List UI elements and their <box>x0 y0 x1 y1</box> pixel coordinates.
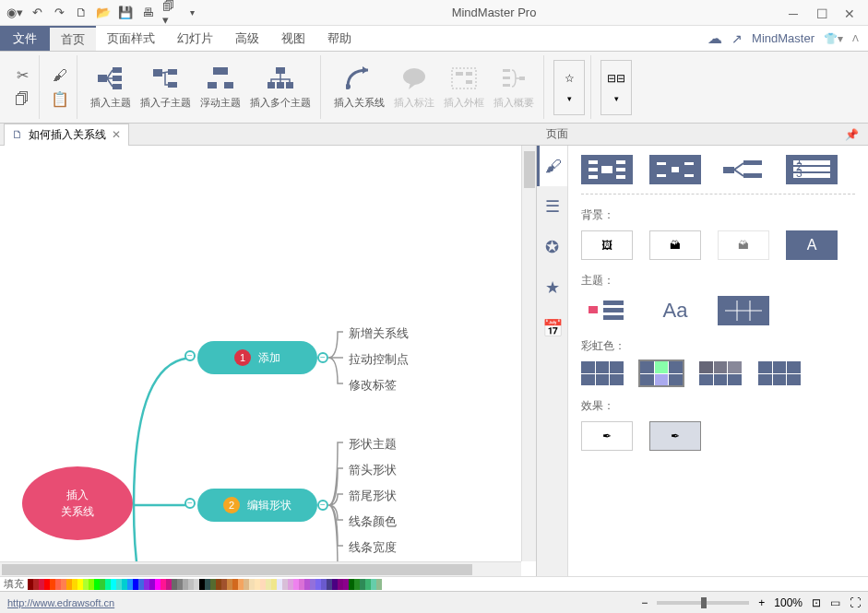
sp-tab-clipart[interactable]: ★ <box>537 267 567 308</box>
collapse-dot[interactable]: − <box>184 498 196 509</box>
tab-advanced[interactable]: 高级 <box>224 26 270 51</box>
close-tab-icon[interactable]: ✕ <box>112 128 121 141</box>
main-area: 插入 关系线 − − − 1添加 − 新增关系线 拉动控制点 修改标签 2编辑形… <box>0 146 868 576</box>
effect-option[interactable]: ✒ <box>649 421 701 451</box>
theme-option[interactable] <box>581 296 633 325</box>
leaf[interactable]: 修改标签 <box>349 377 397 394</box>
fill-label: 填充 <box>0 577 28 591</box>
leaf[interactable]: 新增关系线 <box>349 325 409 342</box>
insert-callout-button[interactable]: 插入标注 <box>390 63 438 112</box>
sp-tab-outline[interactable]: ☰ <box>537 186 567 227</box>
fullscreen-icon[interactable]: ⛶ <box>850 596 861 609</box>
tab-home[interactable]: 首页 <box>50 26 96 51</box>
branch-node-1[interactable]: 1添加 <box>197 341 317 374</box>
format-painter-icon[interactable]: 🖌 <box>49 66 71 85</box>
close-icon[interactable]: ✕ <box>844 6 857 19</box>
svg-line-38 <box>734 170 743 176</box>
layout-option[interactable] <box>581 155 633 184</box>
layout-option[interactable]: 123 <box>786 155 838 184</box>
bg-option[interactable]: 🏔 <box>649 230 701 260</box>
account-link[interactable]: MindMaster <box>752 31 814 45</box>
svg-rect-0 <box>98 75 107 82</box>
collapse-ribbon-icon[interactable]: ᐱ <box>852 33 859 43</box>
share-icon[interactable]: ↗ <box>731 31 743 46</box>
redo-icon[interactable]: ↷ <box>52 6 66 20</box>
ribbon-extra-2[interactable]: ⊟⊟▾ <box>600 60 632 115</box>
tab-help[interactable]: 帮助 <box>316 26 363 51</box>
tab-view[interactable]: 视图 <box>270 26 316 51</box>
tab-slideshow[interactable]: 幻灯片 <box>166 26 224 51</box>
new-icon[interactable]: 🗋 <box>74 6 89 20</box>
qat-customize-icon[interactable]: ▾ <box>184 6 199 20</box>
theme-color[interactable] <box>718 296 769 325</box>
canvas[interactable]: 插入 关系线 − − − 1添加 − 新增关系线 拉动控制点 修改标签 2编辑形… <box>0 146 536 576</box>
rainbow-swatch[interactable] <box>581 361 624 385</box>
color-bar: 填充 <box>0 576 868 591</box>
theme-font[interactable]: Aa <box>649 296 701 325</box>
layout-option[interactable] <box>718 155 769 184</box>
ribbon-extra-1[interactable]: ☆▾ <box>553 60 585 115</box>
leaf[interactable]: 箭头形状 <box>349 462 397 478</box>
cut-icon[interactable]: ✂ <box>11 66 33 85</box>
insert-subtopic-button[interactable]: 插入子主题 <box>137 63 195 112</box>
insert-topic-button[interactable]: 插入主题 <box>87 63 135 112</box>
svg-rect-19 <box>466 80 472 84</box>
bg-option[interactable]: 🖼 <box>581 230 633 260</box>
paste-icon[interactable]: 📋 <box>49 90 71 109</box>
file-menu[interactable]: 文件 <box>0 26 50 51</box>
document-tab[interactable]: 🗋 如何插入关系线 ✕ <box>4 124 129 146</box>
tshirt-icon[interactable]: 👕▾ <box>824 32 843 45</box>
collapse-dot[interactable]: − <box>317 500 328 511</box>
tab-page-style[interactable]: 页面样式 <box>96 26 166 51</box>
branch-node-2[interactable]: 2编辑形状 <box>197 489 317 522</box>
minimize-icon[interactable]: ─ <box>789 6 802 19</box>
fit-page-icon[interactable]: ⊡ <box>812 596 821 609</box>
leaf[interactable]: 箭尾形状 <box>349 488 397 504</box>
zoom-in-icon[interactable]: + <box>758 596 765 609</box>
effect-option[interactable]: ✒ <box>581 421 633 451</box>
sp-tab-format[interactable]: 🖌 <box>537 146 567 186</box>
panel-title: 页面 <box>546 126 845 142</box>
collapse-dot[interactable]: − <box>317 352 328 363</box>
export-icon[interactable]: 🗐▾ <box>162 6 177 20</box>
bg-option[interactable]: A <box>786 230 838 260</box>
sp-tab-icons[interactable]: ✪ <box>537 227 567 267</box>
layout-option[interactable] <box>649 155 701 184</box>
rainbow-swatch[interactable] <box>640 361 683 385</box>
rainbow-swatch[interactable] <box>699 361 742 385</box>
pin-icon[interactable]: 📌 <box>845 128 868 141</box>
zoom-out-icon[interactable]: − <box>641 596 648 609</box>
bg-option[interactable]: 🏔 <box>718 230 769 260</box>
maximize-icon[interactable]: ☐ <box>816 6 829 19</box>
undo-icon[interactable]: ↶ <box>30 6 44 20</box>
print-icon[interactable]: 🖶 <box>140 6 155 20</box>
open-icon[interactable]: 📂 <box>96 6 111 20</box>
root-node[interactable]: 插入 关系线 <box>22 466 133 540</box>
svg-rect-16 <box>452 68 476 88</box>
url-link[interactable]: http://www.edrawsoft.cn <box>7 597 114 608</box>
boundary-icon <box>450 65 478 92</box>
insert-multiple-button[interactable]: 插入多个主题 <box>246 63 315 112</box>
insert-relation-button[interactable]: 插入关系线 <box>330 63 388 112</box>
leaf[interactable]: 拉动控制点 <box>349 351 409 368</box>
save-icon[interactable]: 💾 <box>118 6 133 20</box>
copy-icon[interactable]: 🗍 <box>11 90 33 109</box>
floating-topic-button[interactable]: 浮动主题 <box>196 63 244 112</box>
sp-tab-task[interactable]: 📅 <box>537 308 567 348</box>
zoom-slider[interactable] <box>657 601 749 605</box>
horizontal-scrollbar[interactable] <box>0 561 521 576</box>
collapse-dot[interactable]: − <box>184 350 196 361</box>
leaf[interactable]: 形状主题 <box>349 436 397 453</box>
leaf[interactable]: 线条颜色 <box>349 513 397 530</box>
svg-rect-11 <box>268 82 275 88</box>
svg-rect-25 <box>589 160 598 164</box>
insert-boundary-button[interactable]: 插入外框 <box>440 63 488 112</box>
leaf[interactable]: 线条宽度 <box>349 539 397 556</box>
globe-icon[interactable]: ◉▾ <box>7 6 22 20</box>
cloud-icon[interactable]: ☁ <box>707 29 722 47</box>
vertical-scrollbar[interactable] <box>521 146 536 561</box>
color-swatches[interactable] <box>28 579 868 590</box>
insert-summary-button[interactable]: 插入概要 <box>490 63 538 112</box>
rainbow-swatch[interactable] <box>758 361 801 385</box>
fit-width-icon[interactable]: ▭ <box>830 596 840 609</box>
